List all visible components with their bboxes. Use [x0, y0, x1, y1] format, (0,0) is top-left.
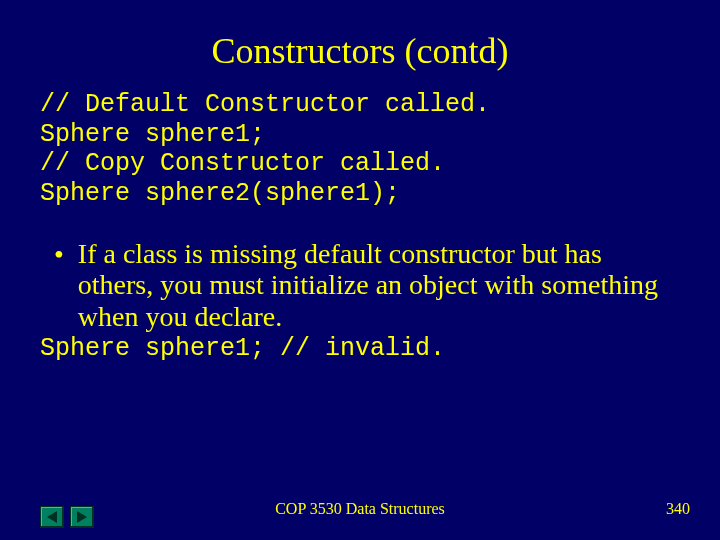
next-button[interactable]	[70, 506, 94, 528]
bullet-marker: •	[54, 240, 64, 271]
chevron-right-icon	[77, 511, 87, 523]
slide-title: Constructors (contd)	[40, 30, 680, 72]
bullet-text: If a class is missing default constructo…	[78, 238, 680, 332]
code-block-invalid: Sphere sphere1; // invalid.	[40, 334, 680, 363]
code-block-constructors: // Default Constructor called. Sphere sp…	[40, 90, 680, 208]
chevron-left-icon	[47, 511, 57, 523]
slide: Constructors (contd) // Default Construc…	[0, 0, 720, 540]
bullet-item: • If a class is missing default construc…	[40, 238, 680, 332]
page-number: 340	[666, 500, 690, 518]
nav-controls	[40, 506, 94, 528]
prev-button[interactable]	[40, 506, 64, 528]
footer-course: COP 3530 Data Structures	[0, 500, 720, 518]
footer: COP 3530 Data Structures 340	[0, 500, 720, 524]
